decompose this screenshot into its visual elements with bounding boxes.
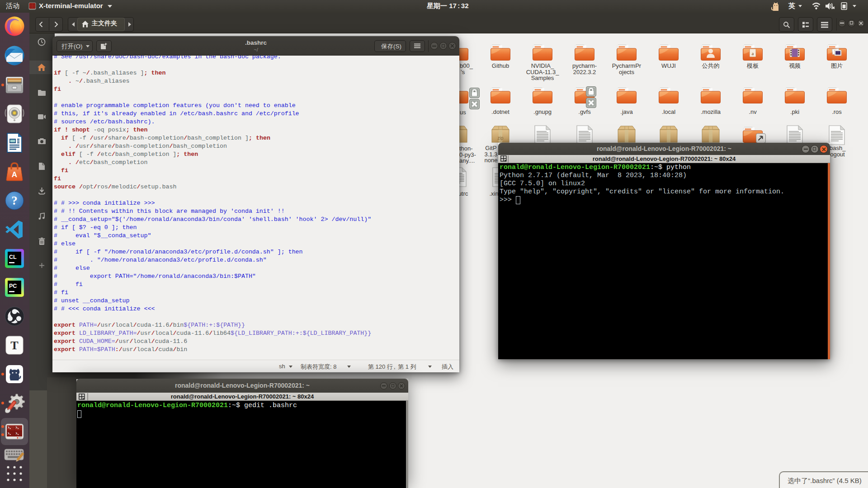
svg-text:T: T <box>10 339 18 352</box>
svg-text:?: ? <box>11 194 18 207</box>
svg-text:zip: zip <box>498 136 504 141</box>
svg-text:a: a <box>752 51 754 56</box>
svg-text:CL: CL <box>9 254 17 260</box>
svg-text:PC: PC <box>9 283 17 289</box>
svg-text:A: A <box>12 170 17 179</box>
